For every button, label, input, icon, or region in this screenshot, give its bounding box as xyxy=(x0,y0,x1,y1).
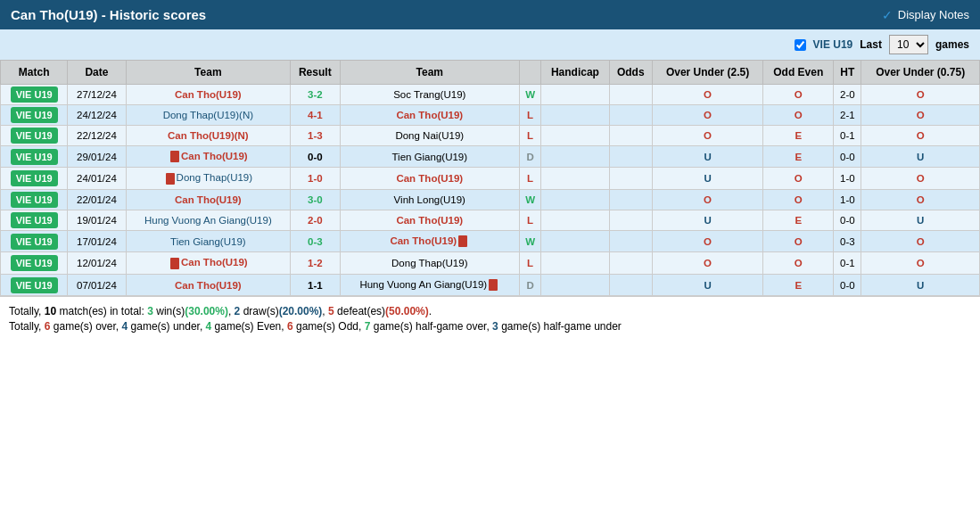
result-cell: 3-2 xyxy=(291,85,341,105)
result-cell: 0-0 xyxy=(291,146,341,168)
odd-even-cell: O xyxy=(763,168,834,189)
match-badge: VIE U19 xyxy=(11,107,58,123)
outcome-cell: L xyxy=(520,168,541,189)
col-odds: Odds xyxy=(609,61,652,85)
handicap-cell xyxy=(541,230,610,251)
handicap-cell xyxy=(541,274,610,295)
historic-scores-table: Match Date Team Result Team Handicap Odd… xyxy=(0,60,980,296)
table-row: VIE U1927/12/24Can Tho(U19)3-2Soc Trang(… xyxy=(1,85,980,105)
team2-cell: Can Tho(U19) xyxy=(340,105,519,126)
table-row: VIE U1919/01/24Hung Vuong An Giang(U19)2… xyxy=(1,210,980,230)
col-over-under-075: Over Under (0.75) xyxy=(861,61,980,85)
display-notes-checkbox-icon[interactable]: ✓ xyxy=(882,8,893,22)
result-cell: 3-0 xyxy=(291,189,341,210)
odds-cell xyxy=(609,210,652,230)
team2-cell: Can Tho(U19) xyxy=(340,230,519,251)
col-team1: Team xyxy=(126,61,290,85)
games-label: games xyxy=(935,38,969,51)
ht-cell: 0-0 xyxy=(834,146,861,168)
handicap-cell xyxy=(541,252,610,274)
team1-cell: Tien Giang(U19) xyxy=(126,230,290,251)
col-outcome xyxy=(520,61,541,85)
competition-label: VIE U19 xyxy=(813,38,853,51)
match-cell: VIE U19 xyxy=(1,105,68,126)
over-under-075-cell: O xyxy=(861,230,980,251)
handicap-cell xyxy=(541,210,610,230)
odd-even-cell: E xyxy=(763,274,834,295)
team1-cell: Can Tho(U19) xyxy=(126,252,290,274)
over-under-25-cell: O xyxy=(652,126,762,146)
team1-cell: Dong Thap(U19)(N) xyxy=(126,105,290,126)
date-cell: 24/01/24 xyxy=(68,168,126,189)
date-cell: 12/01/24 xyxy=(68,252,126,274)
games-count-select[interactable]: 10 20 5 xyxy=(889,35,928,54)
result-cell: 2-0 xyxy=(291,210,341,230)
team1-cell: Can Tho(U19)(N) xyxy=(126,126,290,146)
date-cell: 29/01/24 xyxy=(68,146,126,168)
col-date: Date xyxy=(68,61,126,85)
red-card-icon xyxy=(489,279,498,291)
odd-even-cell: O xyxy=(763,105,834,126)
result-cell: 1-2 xyxy=(291,252,341,274)
over-under-25-cell: U xyxy=(652,210,762,230)
team2-cell: Can Tho(U19) xyxy=(340,210,519,230)
red-card-icon xyxy=(170,151,179,162)
ht-cell: 2-0 xyxy=(834,85,861,105)
footer: Totally, 10 match(es) in total: 3 win(s)… xyxy=(0,296,980,341)
outcome-cell: L xyxy=(520,210,541,230)
odd-even-cell: O xyxy=(763,252,834,274)
table-row: VIE U1917/01/24Tien Giang(U19)0-3Can Tho… xyxy=(1,230,980,251)
col-team2: Team xyxy=(340,61,519,85)
date-cell: 22/12/24 xyxy=(68,126,126,146)
red-card-icon xyxy=(166,173,175,185)
team2-cell: Vinh Long(U19) xyxy=(340,189,519,210)
ht-cell: 2-1 xyxy=(834,105,861,126)
result-cell: 1-3 xyxy=(291,126,341,146)
odds-cell xyxy=(609,252,652,274)
table-row: VIE U1924/12/24Dong Thap(U19)(N)4-1Can T… xyxy=(1,105,980,126)
result-cell: 0-3 xyxy=(291,230,341,251)
outcome-cell: L xyxy=(520,252,541,274)
over-under-25-cell: U xyxy=(652,274,762,295)
match-badge: VIE U19 xyxy=(11,234,58,250)
handicap-cell xyxy=(541,168,610,189)
over-under-075-cell: O xyxy=(861,252,980,274)
team2-cell: Can Tho(U19) xyxy=(340,168,519,189)
handicap-cell xyxy=(541,105,610,126)
table-row: VIE U1907/01/24Can Tho(U19)1-1Hung Vuong… xyxy=(1,274,980,295)
date-cell: 17/01/24 xyxy=(68,230,126,251)
handicap-cell xyxy=(541,146,610,168)
table-row: VIE U1922/01/24Can Tho(U19)3-0Vinh Long(… xyxy=(1,189,980,210)
match-cell: VIE U19 xyxy=(1,126,68,146)
outcome-cell: W xyxy=(520,189,541,210)
odds-cell xyxy=(609,168,652,189)
team1-cell: Dong Thap(U19) xyxy=(126,168,290,189)
odd-even-cell: O xyxy=(763,230,834,251)
match-cell: VIE U19 xyxy=(1,274,68,295)
over-under-25-cell: O xyxy=(652,85,762,105)
over-under-075-cell: O xyxy=(861,85,980,105)
red-card-icon xyxy=(458,235,467,247)
over-under-25-cell: O xyxy=(652,105,762,126)
col-over-under-25: Over Under (2.5) xyxy=(652,61,762,85)
team2-cell: Dong Nai(U19) xyxy=(340,126,519,146)
competition-checkbox[interactable] xyxy=(795,39,806,51)
team2-cell: Dong Thap(U19) xyxy=(340,252,519,274)
page-title: Can Tho(U19) - Historic scores xyxy=(11,7,206,22)
ht-cell: 0-0 xyxy=(834,210,861,230)
odds-cell xyxy=(609,230,652,251)
match-badge: VIE U19 xyxy=(11,277,58,293)
over-under-075-cell: O xyxy=(861,126,980,146)
match-cell: VIE U19 xyxy=(1,168,68,189)
outcome-cell: W xyxy=(520,85,541,105)
odd-even-cell: E xyxy=(763,126,834,146)
odds-cell xyxy=(609,189,652,210)
col-match: Match xyxy=(1,61,68,85)
over-under-075-cell: O xyxy=(861,168,980,189)
match-cell: VIE U19 xyxy=(1,210,68,230)
ht-cell: 0-0 xyxy=(834,274,861,295)
col-odd-even: Odd Even xyxy=(763,61,834,85)
team1-cell: Can Tho(U19) xyxy=(126,146,290,168)
footer-line1: Totally, 10 match(es) in total: 3 win(s)… xyxy=(9,305,971,317)
footer-line2: Totally, 6 game(s) over, 4 game(s) under… xyxy=(9,320,971,333)
